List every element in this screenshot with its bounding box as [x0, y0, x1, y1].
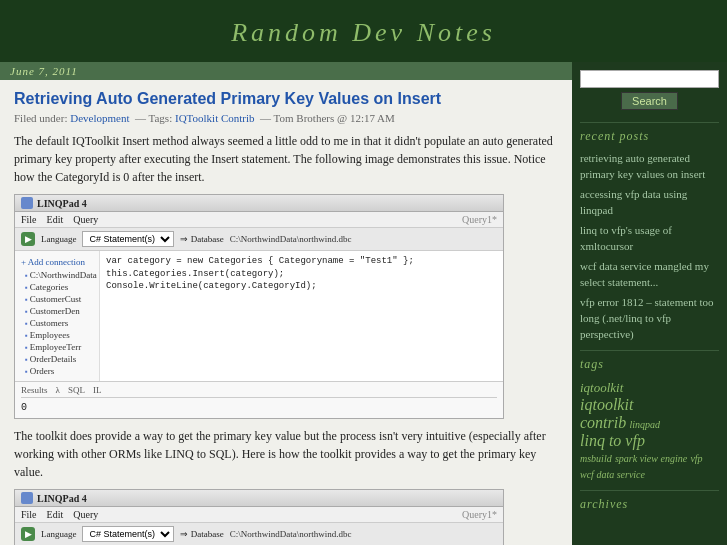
sidebar: Search recent posts retrieving auto gene…: [572, 62, 727, 545]
menu-query-1[interactable]: Query: [73, 214, 98, 225]
sidebar-customerden-1: CustomerDen: [15, 305, 99, 317]
archives-title: archives: [580, 490, 719, 512]
results-tab-il[interactable]: IL: [93, 385, 102, 395]
sidebar-search: Search: [580, 70, 719, 110]
tag-spark-view-engine[interactable]: spark view engine: [615, 453, 687, 464]
search-button[interactable]: Search: [621, 92, 678, 110]
language-select-1[interactable]: C# Statement(s): [82, 231, 174, 247]
add-connection-1[interactable]: + Add connection: [15, 255, 99, 269]
article-title-link[interactable]: Retrieving Auto Generated Primary Key Va…: [14, 90, 441, 107]
menu-file-1[interactable]: File: [21, 214, 37, 225]
app-icon-2: [21, 492, 33, 504]
sidebar-categories-1: Categories: [15, 281, 99, 293]
recent-post-link-2[interactable]: accessing vfp data using linqpad: [580, 188, 687, 216]
recent-post-link-4[interactable]: wcf data service mangled my select state…: [580, 260, 709, 288]
run-btn-2[interactable]: ▶: [21, 527, 35, 541]
sidebar-employees-1: Employees: [15, 329, 99, 341]
recent-post-link-1[interactable]: retrieving auto generated primary key va…: [580, 152, 705, 180]
screenshot-editor-1: var category = new Categories { Category…: [100, 251, 503, 381]
date-bar: June 7, 2011: [0, 62, 572, 80]
language-select-2[interactable]: C# Statement(s): [82, 526, 174, 542]
screenshot-titlebar-1: LINQPad 4: [15, 195, 503, 212]
sidebar-customers-1: Customers: [15, 317, 99, 329]
app-icon-1: [21, 197, 33, 209]
results-tab-sql[interactable]: SQL: [68, 385, 85, 395]
screenshot-toolbar-2: ▶ Language C# Statement(s) ⇒ Database C:…: [15, 523, 503, 545]
sidebar-orderdetails-1: OrderDetails: [15, 353, 99, 365]
database-path-2: C:\NorthwindData\northwind.dbc: [230, 529, 352, 539]
main-content: June 7, 2011 Retrieving Auto Generated P…: [0, 62, 572, 545]
article-meta: Filed under: Development — Tags: IQToolk…: [14, 112, 558, 124]
tag-linq-to-vfp[interactable]: linq to vfp: [580, 432, 645, 449]
tab-query-2[interactable]: Query1*: [462, 509, 497, 520]
tags-container: iqtoolkit iqtoolkitcontrib linqpad linq …: [580, 380, 719, 482]
list-item: retrieving auto generated primary key va…: [580, 150, 719, 182]
menu-file-2[interactable]: File: [21, 509, 37, 520]
tag-vfp[interactable]: vfp: [690, 453, 702, 464]
screenshot-app-title-2: LINQPad 4: [37, 493, 87, 504]
article: Retrieving Auto Generated Primary Key Va…: [0, 80, 572, 545]
run-btn-1[interactable]: ▶: [21, 232, 35, 246]
tag-msbuild[interactable]: msbuild: [580, 453, 612, 464]
tag-iqtoolkit[interactable]: iqtoolkit: [580, 380, 623, 395]
article-body-1: The default IQToolkit Insert method alwa…: [14, 132, 558, 186]
list-item: linq to vfp's usage of xmltocursor: [580, 222, 719, 254]
screenshot-1: LINQPad 4 File Edit Query Query1* ▶ Lang…: [14, 194, 504, 419]
tags-title: tags: [580, 350, 719, 372]
screenshot-sidebar-1: + Add connection C:\NorthwindData Catego…: [15, 251, 100, 381]
menu-query-2[interactable]: Query: [73, 509, 98, 520]
category-link[interactable]: Development: [70, 112, 129, 124]
menu-edit-1[interactable]: Edit: [47, 214, 64, 225]
screenshot-app-title-1: LINQPad 4: [37, 198, 87, 209]
tab-query-1[interactable]: Query1*: [462, 214, 497, 225]
recent-post-link-5[interactable]: vfp error 1812 – statement too long (.ne…: [580, 296, 714, 340]
layout: June 7, 2011 Retrieving Auto Generated P…: [0, 62, 727, 545]
recent-posts-list: retrieving auto generated primary key va…: [580, 150, 719, 342]
results-tabs-1: Results λ SQL IL: [21, 385, 497, 398]
search-input[interactable]: [580, 70, 719, 88]
recent-posts-title: recent posts: [580, 122, 719, 144]
screenshot-2: LINQPad 4 File Edit Query Query1* ▶ Lang…: [14, 489, 504, 545]
database-path-1: C:\NorthwindData\northwind.dbc: [230, 234, 352, 244]
sidebar-employeeterr-1: EmployeeTerr: [15, 341, 99, 353]
results-tab-lambda[interactable]: λ: [56, 385, 60, 395]
article-body-2: The toolkit does provide a way to get th…: [14, 427, 558, 481]
tag-iqtoolkit-contrib[interactable]: iqtoolkitcontrib: [580, 396, 633, 431]
tag-wcf-data-service[interactable]: wcf data service: [580, 469, 645, 480]
recent-post-link-3[interactable]: linq to vfp's usage of xmltocursor: [580, 224, 672, 252]
tag-link[interactable]: IQToolkit Contrib: [175, 112, 255, 124]
list-item: accessing vfp data using linqpad: [580, 186, 719, 218]
list-item: vfp error 1812 – statement too long (.ne…: [580, 294, 719, 342]
results-value-1: 0: [21, 400, 497, 415]
sidebar-customercust-1: CustomerCust: [15, 293, 99, 305]
screenshot-menubar-1: File Edit Query Query1*: [15, 212, 503, 228]
sidebar-northwind-1: C:\NorthwindData: [15, 269, 99, 281]
results-tab-results[interactable]: Results: [21, 385, 48, 395]
site-title: Random Dev Notes: [20, 18, 707, 48]
screenshot-menubar-2: File Edit Query Query1*: [15, 507, 503, 523]
list-item: wcf data service mangled my select state…: [580, 258, 719, 290]
screenshot-body-1: + Add connection C:\NorthwindData Catego…: [15, 251, 503, 381]
sidebar-orders-1: Orders: [15, 365, 99, 377]
menu-edit-2[interactable]: Edit: [47, 509, 64, 520]
screenshot-toolbar-1: ▶ Language C# Statement(s) ⇒ Database C:…: [15, 228, 503, 251]
site-header: Random Dev Notes: [0, 0, 727, 62]
screenshot-titlebar-2: LINQPad 4: [15, 490, 503, 507]
tag-linqpad[interactable]: linqpad: [629, 419, 660, 430]
article-title: Retrieving Auto Generated Primary Key Va…: [14, 90, 558, 108]
screenshot-results-1: Results λ SQL IL 0: [15, 381, 503, 418]
